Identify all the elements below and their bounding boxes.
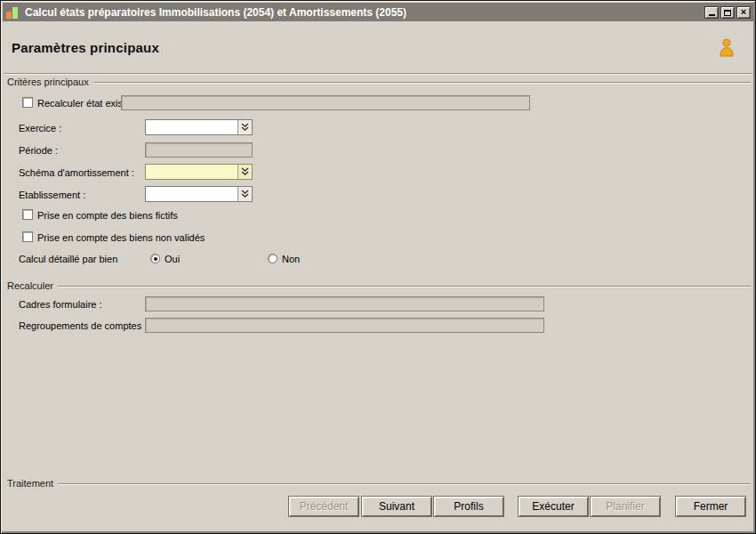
cadres-formulaire-input bbox=[145, 296, 544, 312]
etablissement-combobox[interactable] bbox=[145, 186, 253, 202]
executer-button[interactable]: Exécuter bbox=[518, 496, 589, 517]
cadres-formulaire-label: Cadres formulaire : bbox=[19, 299, 102, 310]
group-rule bbox=[93, 82, 751, 83]
page-title: Paramètres principaux bbox=[12, 40, 159, 55]
calcul-detaille-radio-non-label: Non bbox=[282, 254, 300, 264]
double-chevron-down-icon bbox=[241, 167, 249, 176]
double-chevron-down-icon bbox=[241, 123, 249, 132]
person-icon[interactable] bbox=[717, 37, 736, 59]
profils-button[interactable]: Profils bbox=[433, 496, 504, 517]
app-logo-icon bbox=[5, 5, 20, 20]
dialog-window: Calcul états préparatoires Immobilisatio… bbox=[0, 0, 756, 534]
schema-amortissement-label: Schéma d'amortissement : bbox=[19, 167, 134, 178]
schema-amortissement-dropdown-button[interactable] bbox=[237, 165, 252, 179]
calcul-detaille-radio-non[interactable] bbox=[268, 254, 277, 263]
close-button[interactable]: × bbox=[736, 6, 751, 19]
exercice-combobox[interactable] bbox=[145, 119, 253, 135]
exercice-combobox-value bbox=[146, 120, 237, 134]
etablissement-dropdown-button[interactable] bbox=[237, 187, 252, 201]
biens-fictifs-checkbox[interactable] bbox=[22, 209, 33, 220]
suivant-button[interactable]: Suivant bbox=[361, 496, 432, 517]
schema-amortissement-combobox[interactable] bbox=[145, 164, 253, 180]
etablissement-label: Etablissement : bbox=[19, 190, 85, 200]
group-traitement: Traitement bbox=[7, 478, 751, 489]
minimize-icon bbox=[709, 14, 715, 16]
group-rule bbox=[58, 483, 751, 484]
maximize-button[interactable] bbox=[720, 6, 735, 19]
recalculer-etat-existant-checkbox[interactable] bbox=[22, 97, 33, 108]
calcul-detaille-label: Calcul détaillé par bien bbox=[19, 254, 117, 264]
biens-non-valides-checkbox[interactable] bbox=[22, 231, 33, 242]
double-chevron-down-icon bbox=[241, 190, 249, 198]
group-criteres-principaux: Critères principaux bbox=[7, 77, 751, 87]
titlebar: Calcul états préparatoires Immobilisatio… bbox=[3, 3, 753, 21]
maximize-icon bbox=[724, 10, 731, 16]
periode-label: Période : bbox=[19, 145, 58, 156]
precedent-button: Précédent bbox=[288, 496, 359, 517]
etablissement-combobox-value bbox=[146, 187, 237, 201]
group-label: Critères principaux bbox=[7, 77, 93, 87]
close-icon: × bbox=[737, 7, 750, 18]
calcul-detaille-radio-oui[interactable] bbox=[150, 254, 160, 263]
group-recalculer: Recalculer bbox=[7, 280, 751, 291]
fermer-button[interactable]: Fermer bbox=[675, 496, 746, 517]
planifier-button: Planifier bbox=[590, 496, 661, 517]
exercice-label: Exercice : bbox=[19, 123, 61, 134]
header-separator bbox=[4, 73, 752, 75]
biens-fictifs-label: Prise en compte des biens fictifs bbox=[37, 210, 178, 221]
exercice-dropdown-button[interactable] bbox=[237, 120, 252, 134]
recalculer-etat-existant-input bbox=[121, 95, 530, 110]
periode-input bbox=[145, 142, 253, 158]
minimize-button[interactable] bbox=[704, 6, 719, 19]
biens-non-valides-label: Prise en compte des biens non validés bbox=[37, 232, 205, 243]
window-title: Calcul états préparatoires Immobilisatio… bbox=[25, 6, 406, 19]
group-label: Traitement bbox=[7, 478, 58, 489]
regroupements-comptes-label: Regroupements de comptes : bbox=[19, 320, 147, 331]
group-label: Recalculer bbox=[7, 280, 58, 291]
calcul-detaille-radio-oui-label: Oui bbox=[165, 254, 180, 264]
regroupements-comptes-input bbox=[145, 318, 544, 333]
schema-amortissement-combobox-value bbox=[146, 165, 237, 179]
group-rule bbox=[58, 286, 751, 287]
